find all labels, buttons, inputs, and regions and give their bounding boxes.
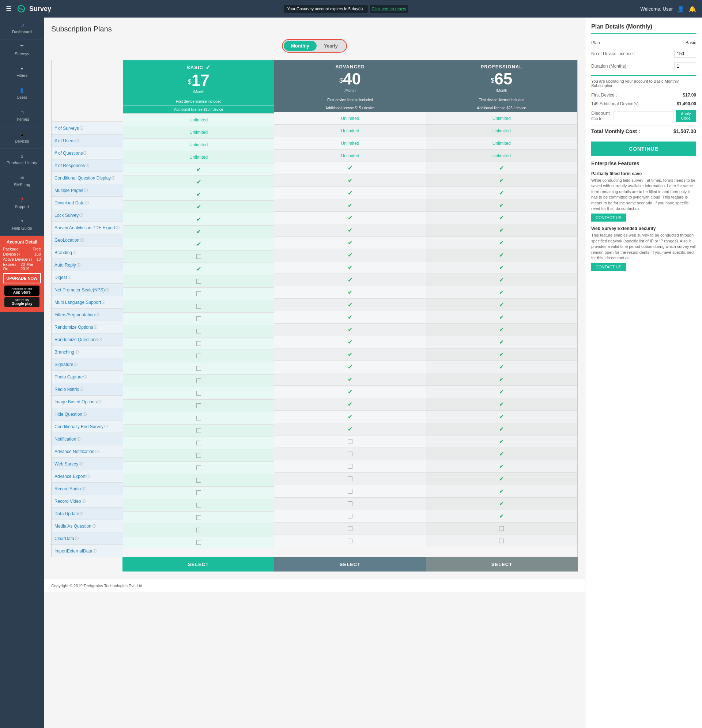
- logo: Survey: [16, 5, 51, 13]
- first-device-value: $17.00: [683, 92, 696, 98]
- duration-row: Duration (Months):: [591, 60, 696, 72]
- features-column: # of Surveys ⓘ# of Users ⓘ# of Questions…: [52, 60, 123, 557]
- sidebar-item-dashboard[interactable]: ⊞ Dashboard: [0, 17, 44, 39]
- sidebar-item-support[interactable]: ❓ Support: [0, 192, 44, 214]
- hamburger-icon[interactable]: ☰: [6, 5, 12, 13]
- sidebar-item-filters[interactable]: ▼ Filters: [0, 61, 44, 83]
- basic-feature-cell: [123, 399, 274, 412]
- select-professional-button[interactable]: SELECT: [426, 557, 578, 572]
- first-device-cost-row: First Device : $17.00: [591, 91, 696, 100]
- advanced-additional-info: Additional license $15 / device: [274, 104, 426, 112]
- feature-label: # of Surveys ⓘ: [52, 122, 123, 134]
- devices-row: Device(s) 150: [3, 252, 41, 256]
- sidebar-item-label: Users: [17, 95, 27, 100]
- account-detail-title: Account Detail: [3, 240, 41, 245]
- professional-additional-info: Additional license $25 / device: [426, 104, 577, 112]
- feature-label: Photo Capture ⓘ: [52, 370, 123, 383]
- advanced-feature-cell: Unlimited: [274, 137, 426, 149]
- basic-feature-cell: [123, 412, 274, 424]
- active-devices-label: Active Device(s): [3, 257, 32, 261]
- devices-icon: 📱: [19, 132, 25, 137]
- professional-feature-cell: ✔: [426, 510, 577, 522]
- select-basic-button[interactable]: SELECT: [123, 557, 274, 572]
- feature-label: Survey Analytics in PDF Export ⓘ: [52, 221, 123, 234]
- basic-plan-name: BASIC: [186, 65, 203, 70]
- professional-column: PROFESSIONAL $65 /Month First device lic…: [426, 60, 577, 557]
- contact-us-button-2[interactable]: CONTACT US: [591, 263, 626, 271]
- advanced-feature-cell: ✔: [274, 286, 426, 298]
- basic-feature-cell: ✔: [123, 188, 274, 200]
- advanced-feature-cell: [274, 534, 426, 547]
- advanced-column: ADVANCED $40 /Month First device license…: [274, 60, 426, 557]
- professional-feature-cell: ✔: [426, 323, 577, 336]
- basic-feature-cell: [123, 449, 274, 461]
- google-play-badge[interactable]: GET IT ON Google play: [4, 297, 39, 307]
- duration-input[interactable]: [674, 62, 696, 70]
- upgrade-now-button[interactable]: UPGRADE NOW: [3, 273, 41, 283]
- advanced-plan-header: ADVANCED $40 /Month: [274, 60, 426, 96]
- sidebar-item-surveys[interactable]: ☰ Surveys: [0, 39, 44, 61]
- basic-feature-cell: ✔: [123, 176, 274, 188]
- notification-link[interactable]: Click here to renew: [370, 5, 408, 13]
- feature-label: Web Survey ⓘ: [52, 458, 123, 470]
- duration-label: Duration (Months):: [591, 64, 627, 69]
- feature-label: Radio Matrix ⓘ: [52, 383, 123, 395]
- professional-currency: $: [491, 77, 494, 84]
- advanced-feature-cell: ✔: [274, 174, 426, 186]
- professional-feature-cell: ✔: [426, 348, 577, 361]
- advanced-feature-cell: Unlimited: [274, 149, 426, 162]
- bell-icon[interactable]: 🔔: [689, 6, 696, 12]
- discount-code-row: Discount Code Apply Code: [591, 108, 696, 124]
- themes-icon: ◻: [20, 110, 24, 115]
- sidebar-item-help-guide[interactable]: ? Help Guide: [0, 214, 44, 236]
- basic-feature-cell: [123, 337, 274, 350]
- professional-feature-cell: ✔: [426, 410, 577, 423]
- advanced-feature-cell: ✔: [274, 386, 426, 398]
- advanced-feature-cell: ✔: [274, 248, 426, 261]
- apply-code-button[interactable]: Apply Code: [676, 110, 696, 122]
- professional-feature-cell: ✔: [426, 448, 577, 460]
- advanced-feature-cell: ✔: [274, 323, 426, 336]
- header: ☰ Survey Your Gosurvey account expires i…: [0, 0, 702, 17]
- sidebar-item-label: SMS Log: [13, 182, 30, 187]
- basic-currency: $: [188, 78, 192, 85]
- professional-feature-cell: ✔: [426, 472, 577, 485]
- purchase-history-icon: $: [21, 154, 23, 158]
- professional-feature-cell: ✔: [426, 211, 577, 224]
- advanced-feature-cell: ✔: [274, 311, 426, 323]
- active-devices-value: 10: [36, 257, 41, 261]
- plans-table: # of Surveys ⓘ# of Users ⓘ# of Questions…: [51, 60, 578, 557]
- professional-feature-cell: ✔: [426, 186, 577, 199]
- professional-feature-cell: ✔: [426, 361, 577, 373]
- select-advanced-button[interactable]: SELECT: [274, 557, 426, 572]
- continue-button[interactable]: CONTINUE: [591, 142, 696, 156]
- contact-us-button-1[interactable]: CONTACT US: [591, 214, 626, 222]
- sidebar-item-devices[interactable]: 📱 Devices: [0, 127, 44, 149]
- plan-details-title: Plan Details (Monthly): [591, 23, 696, 34]
- advanced-feature-cell: ✔: [274, 211, 426, 224]
- feature-label: Advance Export ⓘ: [52, 470, 123, 482]
- sidebar-item-users[interactable]: 👤 Users: [0, 83, 44, 105]
- sidebar: ⊞ Dashboard ☰ Surveys ▼ Filters 👤 Users …: [0, 17, 44, 592]
- additional-devices-cost-row: 149 Additional Device(s) $1,490.00: [591, 100, 696, 108]
- professional-feature-cell: Unlimited: [426, 137, 577, 149]
- sidebar-item-sms-log[interactable]: ✉ SMS Log: [0, 170, 44, 192]
- monthly-toggle-button[interactable]: Monthly: [284, 41, 316, 51]
- welcome-text: Welcome, User: [640, 6, 673, 12]
- sidebar-item-purchase-history[interactable]: $ Purchase History: [0, 149, 44, 170]
- yearly-toggle-button[interactable]: Yearly: [316, 41, 345, 51]
- discount-code-input[interactable]: [614, 111, 673, 120]
- enterprise-feature-2-title: Web Survey Extended Security: [591, 226, 696, 231]
- feature-label: Multi Language Support ⓘ: [52, 296, 123, 308]
- help-guide-icon: ?: [21, 220, 23, 224]
- device-license-input[interactable]: [674, 50, 696, 58]
- user-icon[interactable]: 👤: [677, 6, 685, 12]
- feature-label: # of Users ⓘ: [52, 134, 123, 147]
- sidebar-item-themes[interactable]: ◻ Themes: [0, 105, 44, 127]
- feature-label: Record Audio ⓘ: [52, 482, 123, 495]
- sidebar-item-label: Devices: [14, 139, 29, 143]
- plan-label: Plan :: [591, 40, 602, 45]
- advanced-feature-cell: ✔: [274, 236, 426, 248]
- feature-label: Lock Survey ⓘ: [52, 209, 123, 221]
- app-store-badge[interactable]: Available on the App Store: [4, 286, 39, 296]
